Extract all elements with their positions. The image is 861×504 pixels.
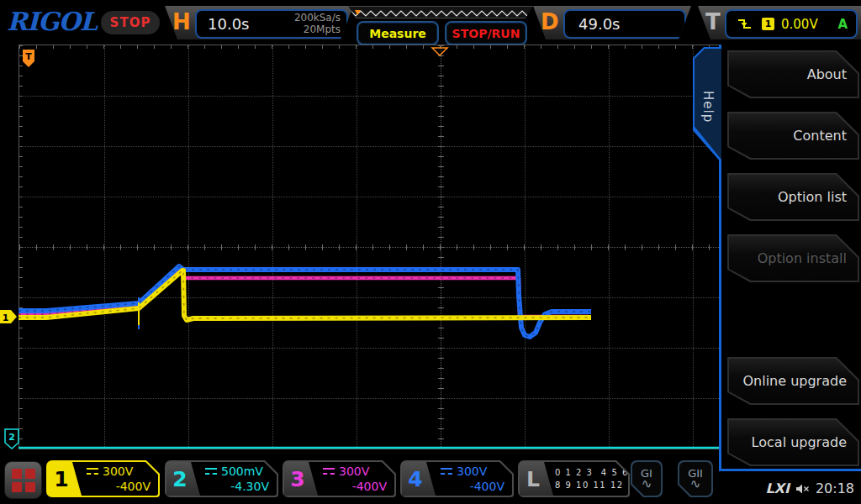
menu-item-local-upgrade[interactable]: Local upgrade <box>727 418 859 466</box>
help-menu-panel: AboutContentOption listOption installOnl… <box>719 45 861 471</box>
status-area: LXI 20:18 <box>765 480 854 496</box>
channel-badge-1[interactable]: 1300V-400V <box>46 460 160 497</box>
sine-wave-icon: ∿ <box>642 479 652 490</box>
channel-badge-2[interactable]: 2500mV-4.30V <box>165 460 278 497</box>
dc-coupling-icon <box>323 468 335 475</box>
channel-scale: 300V <box>457 465 487 478</box>
dc-coupling-icon <box>205 468 217 475</box>
ch1-position-marker[interactable]: 1 <box>0 310 17 323</box>
menu-item-label: Local upgrade <box>752 434 847 450</box>
oscilloscope-screen: RIGOL STOP H 10.0s 200kSa/s 20Mpts Measu… <box>0 0 861 504</box>
menu-item-label: Content <box>793 128 847 144</box>
trigger-time-pendant[interactable]: T <box>23 50 34 67</box>
ch1-position-label: 1 <box>3 312 9 323</box>
generator-badge-gii[interactable]: GII∿ <box>678 460 713 497</box>
channel-scale: 500mV <box>221 465 263 478</box>
main-menu-button[interactable] <box>4 461 42 499</box>
channel-badge-4[interactable]: 4300V-400V <box>400 460 514 497</box>
ch2-position-label: 2 <box>8 432 15 443</box>
sound-muted-icon[interactable] <box>795 483 810 495</box>
channel-number: 1 <box>48 462 82 496</box>
menu-item-about[interactable]: About <box>727 50 859 98</box>
channel-offset: -400V <box>116 480 151 493</box>
channel-offset: -400V <box>470 480 504 493</box>
generator-badge-gi[interactable]: GI∿ <box>631 460 663 497</box>
main-menu-icon <box>12 469 35 492</box>
menu-item-online-upgrade[interactable]: Online upgrade <box>727 357 859 405</box>
trigger-delay-marker[interactable] <box>432 48 447 55</box>
menu-item-option-install[interactable]: Option install <box>727 234 859 282</box>
channel-offset: -4.30V <box>230 480 269 493</box>
logic-analyzer-badge[interactable]: L0 1 2 3 4 5 6 7 8 9 10 11 12 13 14 15 <box>518 460 630 497</box>
menu-item-label: About <box>807 66 847 82</box>
menu-item-option-list[interactable]: Option list <box>727 173 859 221</box>
channel-number: 4 <box>402 462 436 496</box>
dc-coupling-icon <box>441 468 452 475</box>
trigger-time-pendant-label: T <box>25 51 32 62</box>
clock: 20:18 <box>816 480 854 496</box>
sine-wave-icon: ∿ <box>690 479 701 490</box>
dc-coupling-icon <box>87 468 98 475</box>
channel-offset: -400V <box>352 480 387 493</box>
ch2-position-marker[interactable]: 2 <box>5 429 18 449</box>
channel-badge-3[interactable]: 3300V-400V <box>283 460 396 497</box>
channel-scale: 300V <box>103 465 133 478</box>
lxi-logo: LXI <box>765 480 789 496</box>
channel-number: 2 <box>166 462 200 496</box>
menu-item-label: Option install <box>758 250 847 266</box>
logic-analyzer-label: L <box>520 462 553 496</box>
channel-number: 3 <box>284 462 318 496</box>
help-menu-tab-label: Help <box>700 86 716 123</box>
menu-item-label: Option list <box>778 189 847 205</box>
menu-item-label: Online upgrade <box>742 373 847 389</box>
menu-item-content[interactable]: Content <box>727 112 859 160</box>
channel-scale: 300V <box>339 465 369 478</box>
